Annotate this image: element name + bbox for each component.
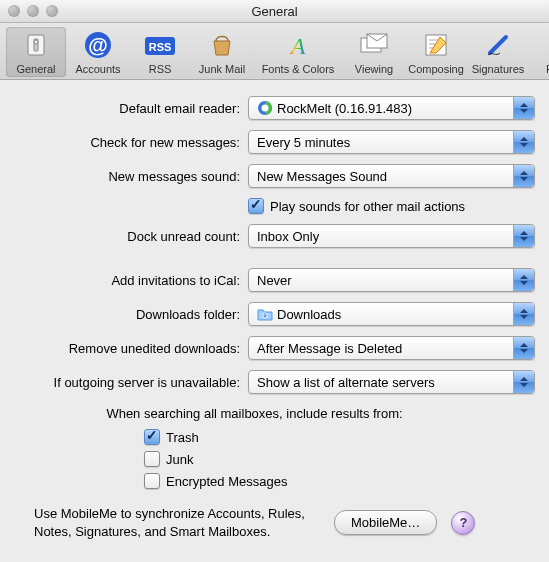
label-outgoing: If outgoing server is unavailable: (14, 375, 240, 390)
titlebar: General (0, 0, 549, 23)
content-pane: Default email reader: RockMelt (0.16.91.… (0, 80, 549, 550)
select-invitations[interactable]: Never (248, 268, 535, 292)
close-icon[interactable] (8, 5, 20, 17)
tab-rss[interactable]: RSS RSS (130, 27, 190, 77)
switch-icon (20, 29, 52, 61)
chevron-updown-icon (513, 165, 534, 187)
select-dock-count[interactable]: Inbox Only (248, 224, 535, 248)
select-value: Inbox Only (257, 229, 319, 244)
tab-label: Viewing (355, 63, 393, 75)
tab-label: Signatures (472, 63, 525, 75)
composing-icon (420, 29, 452, 61)
tab-general[interactable]: General (6, 27, 66, 77)
tab-fonts-colors[interactable]: A Fonts & Colors (254, 27, 342, 77)
font-icon: A (282, 29, 314, 61)
traffic-lights (8, 5, 58, 17)
search-heading: When searching all mailboxes, include re… (0, 406, 535, 421)
minimize-icon[interactable] (27, 5, 39, 17)
select-downloads[interactable]: Downloads (248, 302, 535, 326)
tab-label: General (16, 63, 55, 75)
tab-label: RSS (149, 63, 172, 75)
select-check-messages[interactable]: Every 5 minutes (248, 130, 535, 154)
chevron-updown-icon (513, 269, 534, 291)
rss-icon: RSS (144, 29, 176, 61)
zoom-icon[interactable] (46, 5, 58, 17)
tab-viewing[interactable]: Viewing (344, 27, 404, 77)
select-value: Never (257, 273, 292, 288)
label-junk: Junk (166, 452, 193, 467)
chevron-updown-icon (513, 97, 534, 119)
tab-label: Junk Mail (199, 63, 245, 75)
at-icon: @ (82, 29, 114, 61)
label-play-sounds: Play sounds for other mail actions (270, 199, 465, 214)
select-value: Show a list of alternate servers (257, 375, 435, 390)
tab-label: Accounts (75, 63, 120, 75)
tab-label: Fonts & Colors (262, 63, 335, 75)
label-sound: New messages sound: (14, 169, 240, 184)
select-sound[interactable]: New Messages Sound (248, 164, 535, 188)
svg-text:A: A (289, 33, 306, 59)
svg-point-2 (34, 40, 38, 44)
checkbox-play-sounds[interactable] (248, 198, 264, 214)
mobileme-text: Use MobileMe to synchronize Accounts, Ru… (34, 505, 324, 540)
folder-icon (257, 306, 273, 322)
label-check-messages: Check for new messages: (14, 135, 240, 150)
checkbox-encrypted[interactable] (144, 473, 160, 489)
app-icon (257, 100, 273, 116)
bag-icon (206, 29, 238, 61)
label-dock-count: Dock unread count: (14, 229, 240, 244)
chevron-updown-icon (513, 225, 534, 247)
label-downloads: Downloads folder: (14, 307, 240, 322)
chevron-updown-icon (513, 131, 534, 153)
viewing-icon (358, 29, 390, 61)
pen-icon (482, 29, 514, 61)
select-remove-downloads[interactable]: After Message is Deleted (248, 336, 535, 360)
label-trash: Trash (166, 430, 199, 445)
chevron-updown-icon (513, 303, 534, 325)
tab-rules[interactable]: Rules (530, 27, 549, 77)
window-title: General (0, 4, 549, 19)
tab-accounts[interactable]: @ Accounts (68, 27, 128, 77)
mobileme-button[interactable]: MobileMe… (334, 510, 437, 535)
checkbox-junk[interactable] (144, 451, 160, 467)
select-outgoing[interactable]: Show a list of alternate servers (248, 370, 535, 394)
help-button[interactable]: ? (451, 511, 475, 535)
tab-signatures[interactable]: Signatures (468, 27, 528, 77)
rules-icon (544, 29, 549, 61)
select-value: New Messages Sound (257, 169, 387, 184)
select-value: Every 5 minutes (257, 135, 350, 150)
label-invitations: Add invitations to iCal: (14, 273, 240, 288)
select-value: Downloads (277, 307, 341, 322)
tab-junk[interactable]: Junk Mail (192, 27, 252, 77)
chevron-updown-icon (513, 337, 534, 359)
svg-text:@: @ (88, 34, 108, 56)
chevron-updown-icon (513, 371, 534, 393)
select-default-reader[interactable]: RockMelt (0.16.91.483) (248, 96, 535, 120)
select-value: After Message is Deleted (257, 341, 402, 356)
pref-toolbar: General @ Accounts RSS RSS Junk Mail A F… (0, 23, 549, 80)
tab-composing[interactable]: Composing (406, 27, 466, 77)
label-remove-downloads: Remove unedited downloads: (14, 341, 240, 356)
checkbox-trash[interactable] (144, 429, 160, 445)
svg-text:RSS: RSS (149, 41, 172, 53)
label-default-reader: Default email reader: (14, 101, 240, 116)
select-value: RockMelt (0.16.91.483) (277, 101, 412, 116)
svg-point-16 (262, 105, 269, 112)
label-encrypted: Encrypted Messages (166, 474, 287, 489)
tab-label: Composing (408, 63, 464, 75)
